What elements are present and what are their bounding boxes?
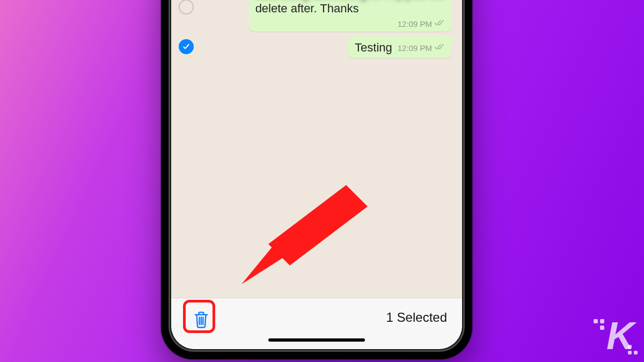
checkmark-icon: [182, 42, 191, 51]
message-row[interactable]: Just doing something for my job, will de…: [171, 0, 462, 34]
chat-area[interactable]: ████████ 12:09 PM: [171, 0, 462, 298]
message-time: 12:09 PM: [398, 19, 432, 28]
phone-frame: ████████ 12:09 PM: [161, 0, 472, 359]
message-meta: 12:09 PM: [398, 43, 445, 53]
brand-logo: K: [606, 314, 633, 358]
message-meta: 12:09 PM: [398, 19, 445, 28]
message-row[interactable]: Testing 12:09 PM: [171, 34, 462, 61]
double-check-icon: [434, 19, 445, 28]
logo-dots-icon: [628, 345, 640, 357]
double-check-icon: [434, 43, 445, 53]
phone-bezel: ████████ 12:09 PM: [169, 0, 465, 352]
selection-toolbar: 1 Selected: [171, 298, 462, 349]
trash-icon: [193, 311, 210, 329]
chat-bubble[interactable]: Just doing something for my job, will de…: [249, 0, 451, 32]
delete-button[interactable]: [186, 305, 216, 335]
logo-dots-icon: [594, 319, 606, 332]
chat-bubble[interactable]: Testing 12:09 PM: [348, 36, 451, 58]
phone-screen: ████████ 12:09 PM: [171, 0, 462, 349]
selection-circle[interactable]: [179, 39, 194, 54]
selection-circle[interactable]: [179, 0, 194, 14]
message-text-blurred: Just doing something for my job, will: [255, 0, 445, 1]
message-text: delete after. Thanks: [255, 1, 445, 16]
home-indicator[interactable]: [268, 338, 365, 342]
message-time: 12:09 PM: [398, 43, 432, 53]
selected-count-label: 1 Selected: [386, 307, 447, 325]
message-text: Testing: [355, 41, 392, 54]
